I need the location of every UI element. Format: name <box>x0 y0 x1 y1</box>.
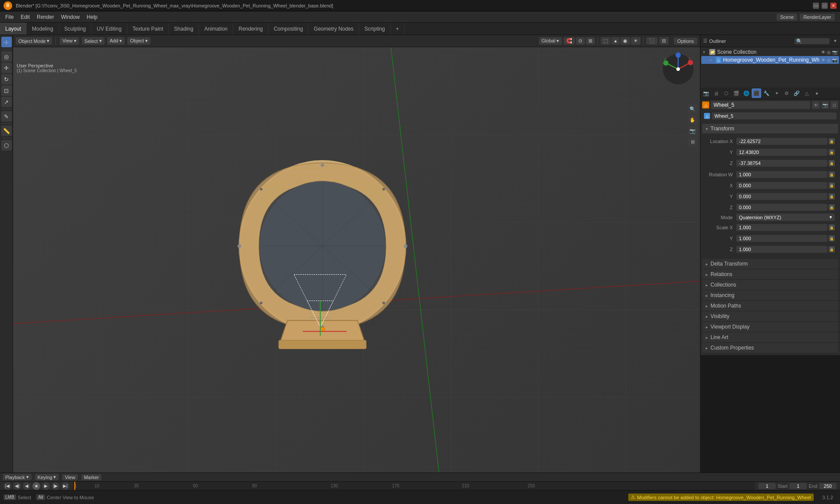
outliner-filter-btn[interactable]: ▼ <box>833 38 837 43</box>
tool-transform[interactable]: ↗ <box>1 97 12 107</box>
workspace-add[interactable]: + <box>391 23 405 35</box>
workspace-rendering[interactable]: Rendering <box>233 23 268 35</box>
obj-vis-viewport[interactable]: ⊡ <box>830 101 838 109</box>
motion-paths-section[interactable]: ▸ Motion Paths <box>702 301 838 311</box>
prop-scene-icon[interactable]: 🎬 <box>732 88 741 98</box>
playback-btn[interactable]: Playback ▾ <box>3 474 32 480</box>
relations-section[interactable]: ▸ Relations <box>702 270 838 279</box>
close-button[interactable]: ✕ <box>830 3 836 9</box>
viewport-view-menu[interactable]: View ▾ <box>60 37 79 45</box>
current-frame-input[interactable]: 1 <box>758 483 776 489</box>
workspace-uv-editing[interactable]: UV Editing <box>91 23 127 35</box>
prop-data-icon[interactable]: △ <box>802 88 812 98</box>
prop-modifier-icon[interactable]: 🔧 <box>762 88 771 98</box>
vis-render[interactable]: 📷 <box>832 50 837 55</box>
rendered-btn[interactable]: ☀ <box>631 37 640 45</box>
workspace-shading[interactable]: Shading <box>169 23 199 35</box>
location-x-lock[interactable]: 🔒 <box>829 138 835 144</box>
material-btn[interactable]: ◉ <box>620 37 630 45</box>
wheel-object-item[interactable]: ▸ △ Homegroove_Wooden_Pet_Running_Wh 👁 ◎… <box>701 56 839 64</box>
workspace-animation[interactable]: Animation <box>199 23 233 35</box>
viewport-camera[interactable]: 📷 <box>688 126 697 136</box>
scale-x-value[interactable]: 1.000 <box>736 224 827 231</box>
delta-transform-section[interactable]: ▸ Delta Transform <box>702 259 838 269</box>
location-z-value[interactable]: -37.38754 <box>736 160 827 167</box>
scale-y-value[interactable]: 1.000 <box>736 235 827 242</box>
viewport-hand[interactable]: ✋ <box>688 115 697 125</box>
collections-section[interactable]: ▸ Collections <box>702 280 838 290</box>
obj-vis-camera[interactable]: 📷 <box>821 101 829 109</box>
jump-end-btn[interactable]: ▶| <box>61 482 69 490</box>
viewport-add-menu[interactable]: Add ▾ <box>107 37 125 45</box>
rotation-mode-dropdown[interactable]: Quaternion (WXYZ) ▾ <box>736 214 835 221</box>
line-art-section[interactable]: ▸ Line Art <box>702 332 838 342</box>
play-reverse-btn[interactable]: ◀ <box>23 482 31 490</box>
location-x-value[interactable]: -22.62572 <box>736 138 827 145</box>
prop-world-icon[interactable]: 🌐 <box>742 88 751 98</box>
scale-x-lock[interactable]: 🔒 <box>829 224 835 231</box>
workspace-layout[interactable]: Layout <box>0 23 27 35</box>
scale-z-value[interactable]: 1.000 <box>736 246 827 253</box>
rotation-z-value[interactable]: 0.000 <box>736 204 827 211</box>
location-y-value[interactable]: 12.43820 <box>736 149 827 156</box>
snap-to-btn[interactable]: ⊞ <box>586 37 595 45</box>
prop-render-icon[interactable]: 📷 <box>701 88 711 98</box>
viewport-display-section[interactable]: ▸ Viewport Display <box>702 322 838 332</box>
snap-btn[interactable]: 🧲 <box>564 37 575 45</box>
wheel-vis-render[interactable]: 📷 <box>832 58 837 63</box>
vis-eye[interactable]: 👁 <box>821 50 826 55</box>
marker-btn[interactable]: Marker <box>81 474 102 480</box>
outliner-search[interactable] <box>794 38 830 44</box>
render-layer-selector[interactable]: RenderLayer <box>800 14 835 21</box>
location-y-lock[interactable]: 🔒 <box>829 149 835 155</box>
tool-scale[interactable]: ⊡ <box>1 85 12 96</box>
sub-object-name[interactable]: Wheel_5 <box>712 112 836 119</box>
end-frame-input[interactable]: 250 <box>819 483 836 489</box>
visibility-section[interactable]: ▸ Visibility <box>702 312 838 321</box>
maximize-button[interactable]: □ <box>822 3 828 9</box>
wheel-vis-cursor[interactable]: ◎ <box>827 58 831 63</box>
tool-select[interactable]: ⊹ <box>1 37 12 47</box>
viewport-canvas[interactable]: Homegroove User Perspective (1) Scene Co… <box>13 47 700 472</box>
rotation-w-lock[interactable]: 🔒 <box>829 172 835 178</box>
jump-start-btn[interactable]: |◀ <box>4 482 11 490</box>
menu-edit[interactable]: Edit <box>17 13 33 21</box>
workspace-scripting[interactable]: Scripting <box>359 23 391 35</box>
menu-window[interactable]: Window <box>57 13 83 21</box>
location-z-lock[interactable]: 🔒 <box>829 160 835 166</box>
minimize-button[interactable]: — <box>813 3 819 9</box>
rotation-x-value[interactable]: 0.000 <box>736 182 827 189</box>
xray-btn[interactable]: ⊟ <box>659 37 668 45</box>
keying-btn[interactable]: Keying ▾ <box>35 474 59 480</box>
timeline-frames[interactable]: 1 10 30 60 90 130 170 210 250 <box>73 482 755 490</box>
prop-constraints-icon[interactable]: 🔗 <box>792 88 802 98</box>
scale-z-lock[interactable]: 🔒 <box>829 246 835 252</box>
play-btn[interactable]: ▶ <box>42 482 50 490</box>
start-frame-input[interactable]: 1 <box>789 483 807 489</box>
scale-y-lock[interactable]: 🔒 <box>829 235 835 242</box>
next-keyframe-btn[interactable]: |▶ <box>52 482 60 490</box>
wheel-vis-eye[interactable]: 👁 <box>821 58 826 63</box>
tool-measure[interactable]: 📏 <box>1 126 12 136</box>
tool-rotate[interactable]: ↻ <box>1 74 12 84</box>
menu-help[interactable]: Help <box>83 13 101 21</box>
custom-properties-section[interactable]: ▸ Custom Properties <box>702 343 838 353</box>
3d-object-wheel[interactable]: Homegroove <box>217 159 427 361</box>
overlay-btn[interactable]: ⬛ <box>646 37 658 45</box>
workspace-sculpting[interactable]: Sculpting <box>59 23 91 35</box>
viewport-mode-selector[interactable]: Object Mode ▾ <box>16 37 52 45</box>
stop-btn[interactable]: ■ <box>32 482 40 490</box>
viewport-zoom-in[interactable]: 🔍 <box>688 104 697 114</box>
rotation-y-value[interactable]: 0.000 <box>736 193 827 200</box>
workspace-texture-paint[interactable]: Texture Paint <box>127 23 169 35</box>
scene-collection-item[interactable]: ▾ 📁 Scene Collection 👁 ◎ 📷 <box>701 48 839 56</box>
instancing-section[interactable]: ▸ Instancing <box>702 290 838 300</box>
workspace-modeling[interactable]: Modeling <box>27 23 59 35</box>
vis-cursor[interactable]: ◎ <box>827 50 831 55</box>
wireframe-btn[interactable]: ⬚ <box>601 37 610 45</box>
tool-add[interactable]: ⬡ <box>1 140 12 150</box>
proportional-edit-btn[interactable]: ⊙ <box>576 37 585 45</box>
workspace-geometry-nodes[interactable]: Geometry Nodes <box>308 23 359 35</box>
prop-material-icon[interactable]: ● <box>812 88 822 98</box>
viewport-select-menu[interactable]: Select ▾ <box>82 37 105 45</box>
